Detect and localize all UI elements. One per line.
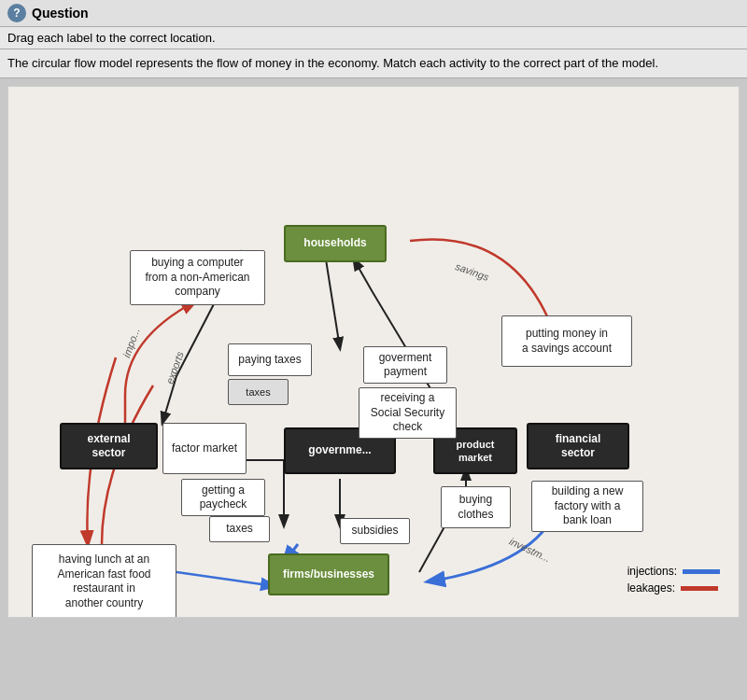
financial-sector-node: financial sector bbox=[527, 423, 629, 469]
drag-instruction: Drag each label to the correct location. bbox=[7, 31, 216, 45]
building-factory-label[interactable]: building a new factory with a bank loan bbox=[531, 481, 643, 532]
legend-injections: injections: bbox=[627, 565, 720, 578]
imports-label: impo... bbox=[120, 327, 142, 359]
external-sector-node: external sector bbox=[60, 423, 158, 469]
households-node: households bbox=[284, 225, 387, 262]
having-lunch-label[interactable]: having lunch at an American fast food re… bbox=[32, 544, 176, 618]
leakages-line bbox=[681, 586, 718, 591]
taxes-bottom-label[interactable]: taxes bbox=[209, 516, 270, 542]
injections-label: injections: bbox=[627, 565, 677, 578]
subsidies-label[interactable]: subsidies bbox=[340, 518, 410, 544]
government-payment-label[interactable]: goverment payment bbox=[363, 346, 447, 384]
paying-taxes-label[interactable]: paying taxes bbox=[228, 343, 312, 376]
legend: injections: leakages: bbox=[627, 565, 720, 598]
taxes-label[interactable]: taxes bbox=[228, 379, 289, 405]
buying-clothes-label[interactable]: buying clothes bbox=[441, 486, 511, 528]
injections-line bbox=[683, 569, 720, 574]
diagram-area: households governme... firms/businesses … bbox=[7, 86, 740, 618]
legend-leakages: leakages: bbox=[627, 581, 720, 595]
instruction-bar: Drag each label to the correct location. bbox=[0, 27, 747, 49]
receiving-ss-label[interactable]: receiving a Social Security check bbox=[359, 387, 457, 439]
savings-label: savings bbox=[454, 260, 490, 283]
header-title: Question bbox=[32, 6, 89, 21]
header-bar: ? Question bbox=[0, 0, 747, 27]
exports-label: exports bbox=[163, 350, 186, 385]
description-text: The circular flow model represents the f… bbox=[7, 56, 658, 70]
buying-computer-label[interactable]: buying a computer from a non-American co… bbox=[130, 250, 265, 305]
getting-paycheck-label[interactable]: getting a paycheck bbox=[181, 479, 265, 516]
question-icon: ? bbox=[7, 4, 26, 22]
investment-label: investm... bbox=[508, 536, 553, 565]
leakages-label: leakages: bbox=[627, 581, 675, 595]
putting-money-label[interactable]: putting money in a savings account bbox=[501, 315, 632, 367]
firms-node: firms/businesses bbox=[268, 553, 389, 595]
factor-market-node: factor market bbox=[162, 423, 247, 474]
description-bar: The circular flow model represents the f… bbox=[0, 49, 747, 78]
